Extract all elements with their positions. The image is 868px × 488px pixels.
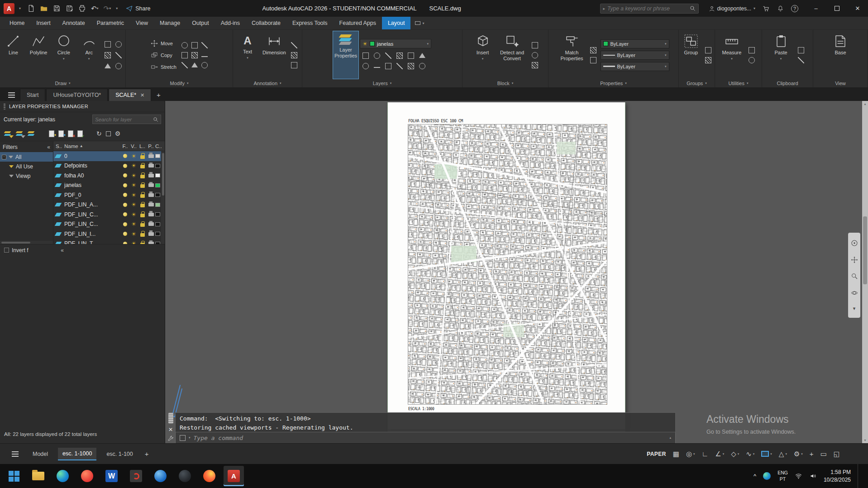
match-properties-tool[interactable]: Match Properties xyxy=(558,31,586,79)
layer-off-icon[interactable] xyxy=(362,53,369,59)
plot-button[interactable] xyxy=(78,5,86,12)
tab-insert[interactable]: Insert xyxy=(30,17,56,29)
palette-grip-icon[interactable] xyxy=(4,104,5,110)
filter-tree-item-all[interactable]: − All xyxy=(0,152,53,162)
layout-paper[interactable]: FOLHA ESQUISSO ESC 100 CM xyxy=(387,102,625,429)
layer-plot-icon[interactable] xyxy=(147,232,155,236)
linetype-dropdown[interactable]: ByLayer ▾ xyxy=(601,51,669,60)
lineweight-dropdown[interactable]: ByLayer ▾ xyxy=(601,62,669,71)
filter-tree-item-all-used[interactable]: All Use xyxy=(0,162,53,171)
command-close-icon[interactable]: ✕ xyxy=(168,427,173,432)
toggle-override-icon[interactable] xyxy=(106,131,111,136)
layer-list-scrollbar[interactable] xyxy=(161,151,165,244)
column-lock[interactable]: L.. xyxy=(138,144,147,149)
notification-bell-icon[interactable] xyxy=(777,5,784,12)
collapse-invert-icon[interactable]: « xyxy=(61,247,64,254)
layer-plot-icon[interactable] xyxy=(147,203,155,206)
column-freeze[interactable]: F.. xyxy=(121,144,129,149)
properties-list-icon[interactable] xyxy=(590,47,596,53)
layer-search-input[interactable] xyxy=(95,117,151,122)
orbit-icon[interactable] xyxy=(851,289,858,297)
tab-layout[interactable]: Layout xyxy=(382,17,411,29)
navigation-wheel-icon[interactable] xyxy=(851,239,858,247)
new-group-filter-button[interactable] xyxy=(16,131,24,137)
tab-featured-apps[interactable]: Featured Apps xyxy=(334,17,382,29)
layer-freeze-icon[interactable] xyxy=(385,53,391,59)
layer-freeze-icon[interactable]: ☀ xyxy=(129,173,138,178)
tray-app-icon[interactable] xyxy=(763,472,771,480)
group-tool[interactable]: Group xyxy=(680,31,702,79)
maximize-button[interactable] xyxy=(826,0,847,17)
ribbon-display-options-button[interactable]: ▾ xyxy=(410,17,429,29)
point-icon[interactable] xyxy=(115,63,122,69)
refresh-icon[interactable]: ↻ xyxy=(96,130,102,137)
cut-icon[interactable] xyxy=(798,57,804,63)
close-button[interactable]: ✕ xyxy=(847,0,868,17)
line-tool[interactable]: Line xyxy=(1,31,25,79)
layer-on-icon[interactable] xyxy=(121,193,129,197)
command-prompt-icon[interactable] xyxy=(180,435,186,441)
scale-icon[interactable] xyxy=(201,62,208,68)
navigation-bar[interactable]: ▾ xyxy=(848,233,860,318)
polygon-icon[interactable] xyxy=(105,63,111,68)
keyword-search-input[interactable] xyxy=(607,5,687,12)
language-switcher[interactable]: ENGPT xyxy=(777,470,788,482)
autocad-logo-icon[interactable]: A xyxy=(4,3,14,14)
fillet-icon[interactable] xyxy=(181,52,188,58)
viewport-maximize-icon[interactable]: ▾ xyxy=(761,451,772,457)
new-layer-vp-frozen-button[interactable] xyxy=(58,130,64,137)
settings-gear-icon[interactable]: ⚙ xyxy=(115,130,121,137)
rectangle-icon[interactable] xyxy=(105,41,111,48)
delete-layer-button[interactable] xyxy=(68,130,73,137)
layer-lock-icon[interactable] xyxy=(138,231,147,237)
collapse-filters-icon[interactable]: « xyxy=(47,144,50,150)
layer-freeze-icon[interactable]: ☀ xyxy=(129,153,138,159)
layer-states-manager-button[interactable] xyxy=(28,131,35,137)
layer-lock-icon[interactable] xyxy=(138,182,147,188)
layer-row-pdf-0[interactable]: PDF_0 ☀ xyxy=(53,190,165,200)
rotate-icon[interactable] xyxy=(181,42,188,48)
save-button[interactable] xyxy=(53,5,61,12)
id-point-icon[interactable] xyxy=(749,57,755,63)
qat-customize-chevron-icon[interactable]: ▾ xyxy=(116,6,118,10)
layout-menu-button[interactable] xyxy=(7,448,23,460)
command-history[interactable]: Command: <Switching to: esc. 1-1000> Res… xyxy=(175,412,676,432)
measure-tool[interactable]: Measure ▾ xyxy=(719,31,744,79)
open-file-button[interactable] xyxy=(40,5,48,12)
column-status[interactable]: S.. xyxy=(53,144,64,149)
layer-match-icon[interactable] xyxy=(408,53,414,59)
layer-isolate-icon[interactable] xyxy=(374,53,380,59)
layer-plot-icon[interactable] xyxy=(147,222,155,226)
detect-convert-tool[interactable]: Detect and Convert xyxy=(497,31,528,79)
table-icon[interactable] xyxy=(291,52,297,58)
layer-row-pdf-lin-t[interactable]: PDF_LIN_T... ☀ xyxy=(53,239,165,244)
mirror-icon[interactable] xyxy=(191,42,198,48)
polar-tracking-icon[interactable]: ∠▾ xyxy=(715,450,724,457)
layer-freeze-icon[interactable]: ☀ xyxy=(129,182,138,188)
invert-filter-checkbox[interactable] xyxy=(4,248,9,253)
layer-row-folha-a0[interactable]: folha A0 ☀ xyxy=(53,171,165,181)
layer-on-icon[interactable] xyxy=(121,203,129,207)
layer-on-icon[interactable] xyxy=(121,242,129,244)
layer-lock-icon[interactable] xyxy=(138,212,147,217)
drawing-area[interactable]: FOLHA ESQUISSO ESC 100 CM xyxy=(165,101,868,443)
layer-on-icon[interactable] xyxy=(121,232,129,236)
copy-clip-icon[interactable] xyxy=(798,47,804,53)
command-customize-wrench-icon[interactable] xyxy=(167,435,174,442)
panel-label-annotation[interactable]: Annotation▾ xyxy=(233,79,302,87)
save-as-button[interactable] xyxy=(66,5,73,12)
command-prompt-chevron-icon[interactable]: ▾ xyxy=(189,436,191,440)
layer-dropdown[interactable]: ☀ janelas ▾ xyxy=(360,39,431,48)
edit-attribute-icon[interactable] xyxy=(532,42,538,48)
layer-lock-icon[interactable] xyxy=(138,163,147,168)
tab-view[interactable]: View xyxy=(130,17,154,29)
column-name[interactable]: Name▲ xyxy=(64,144,121,149)
vertical-scrollbar[interactable]: ▴ ▾ xyxy=(862,101,868,443)
panel-label-properties[interactable]: Properties▾ xyxy=(548,79,678,87)
tab-express-tools[interactable]: Express Tools xyxy=(286,17,334,29)
layer-delete-icon[interactable] xyxy=(408,63,414,69)
paper-model-toggle[interactable]: PAPER xyxy=(647,451,666,457)
layer-row-0[interactable]: 0 ☀ xyxy=(53,151,165,161)
layer-previous-icon[interactable] xyxy=(419,63,425,69)
layer-freeze-icon[interactable]: ☀ xyxy=(129,212,138,217)
